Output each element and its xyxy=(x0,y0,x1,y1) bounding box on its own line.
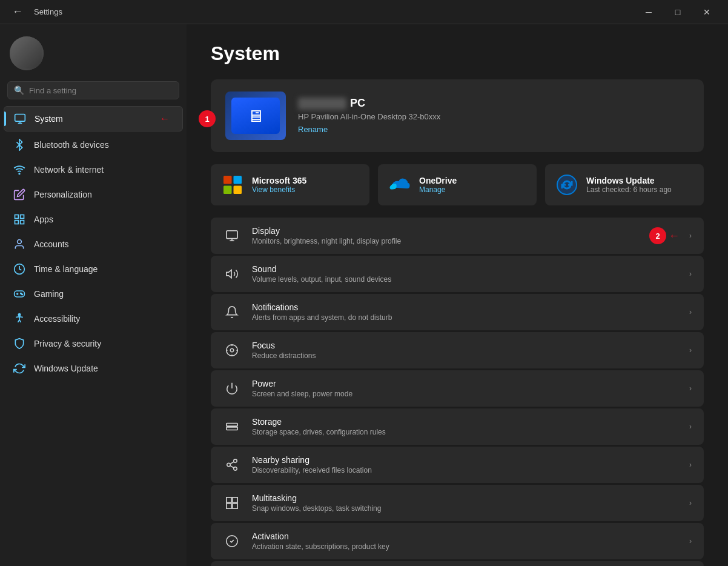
settings-item-multitasking[interactable]: Multitasking Snap windows, desktops, tas… xyxy=(211,485,704,521)
quick-card-onedrive[interactable]: OneDrive Manage xyxy=(378,164,537,205)
sidebar-item-network[interactable]: Network & internet xyxy=(4,158,183,182)
svg-rect-32 xyxy=(227,424,237,427)
search-box[interactable]: 🔍 xyxy=(7,81,179,99)
ms365-sub[interactable]: View benefits xyxy=(252,185,306,194)
storage-sub: Storage space, drives, configuration rul… xyxy=(252,428,678,436)
settings-item-nearby[interactable]: Nearby sharing Discoverability, received… xyxy=(211,447,704,483)
sidebar-item-gaming[interactable]: Gaming xyxy=(4,282,183,306)
sound-sub: Volume levels, output, input, sound devi… xyxy=(252,275,678,284)
sidebar-item-personalization[interactable]: Personalization xyxy=(4,182,183,207)
activation-text: Activation Activation state, subscriptio… xyxy=(252,531,678,551)
quick-card-wupdate[interactable]: Windows Update Last checked: 6 hours ago xyxy=(545,164,704,205)
svg-point-38 xyxy=(234,467,237,471)
sidebar-label-gaming: Gaming xyxy=(34,289,64,299)
close-button[interactable]: ✕ xyxy=(693,2,721,22)
sound-chevron: › xyxy=(689,270,692,278)
svg-point-13 xyxy=(21,293,22,294)
svg-point-36 xyxy=(234,459,237,463)
display-icon xyxy=(223,227,241,245)
storage-icon xyxy=(223,418,241,436)
title-bar-controls: ─ □ ✕ xyxy=(635,2,721,22)
sidebar-item-apps[interactable]: Apps xyxy=(4,207,183,231)
sidebar-label-apps: Apps xyxy=(34,215,53,224)
settings-item-display[interactable]: Display Monitors, brightness, night ligh… xyxy=(211,218,704,254)
rename-button[interactable]: Rename xyxy=(298,125,328,134)
time-icon xyxy=(13,263,25,275)
svg-line-39 xyxy=(230,465,234,468)
svg-rect-6 xyxy=(15,221,19,224)
sidebar-item-privacy[interactable]: Privacy & security xyxy=(4,331,183,356)
bluetooth-icon xyxy=(13,139,25,151)
sidebar-item-time[interactable]: Time & language xyxy=(4,257,183,281)
svg-rect-4 xyxy=(15,215,19,219)
sidebar-label-bluetooth: Bluetooth & devices xyxy=(34,140,109,150)
settings-item-activation[interactable]: Activation Activation state, subscriptio… xyxy=(211,523,704,559)
settings-item-notifications[interactable]: Notifications Alerts from apps and syste… xyxy=(211,294,704,330)
quick-card-ms365[interactable]: Microsoft 365 View benefits xyxy=(211,164,369,205)
svg-point-25 xyxy=(227,345,237,356)
multitasking-sub: Snap windows, desktops, task switching xyxy=(252,504,678,513)
avatar-area xyxy=(0,30,187,79)
svg-rect-41 xyxy=(227,498,231,502)
sidebar-label-accounts: Accounts xyxy=(34,239,69,249)
notifications-icon xyxy=(223,303,241,321)
storage-chevron: › xyxy=(689,422,692,431)
svg-point-20 xyxy=(557,175,577,195)
focus-text: Focus Reduce distractions xyxy=(252,341,678,360)
storage-title: Storage xyxy=(252,417,678,427)
power-chevron: › xyxy=(689,384,692,393)
sidebar-item-update[interactable]: Windows Update xyxy=(4,356,183,381)
svg-rect-16 xyxy=(223,176,232,184)
wupdate-icon xyxy=(556,174,578,196)
svg-rect-19 xyxy=(234,186,242,195)
sidebar-label-privacy: Privacy & security xyxy=(34,339,101,348)
svg-point-15 xyxy=(18,314,20,316)
minimize-button[interactable]: ─ xyxy=(635,2,663,22)
settings-item-focus[interactable]: Focus Reduce distractions › xyxy=(211,332,704,368)
settings-item-storage[interactable]: Storage Storage space, drives, configura… xyxy=(211,408,704,445)
title-bar: ← Settings ─ □ ✕ xyxy=(0,0,728,24)
sidebar-item-accessibility[interactable]: Accessibility xyxy=(4,307,183,331)
activation-title: Activation xyxy=(252,531,678,541)
sidebar-item-bluetooth[interactable]: Bluetooth & devices xyxy=(4,133,183,157)
svg-marker-24 xyxy=(227,270,231,278)
multitasking-text: Multitasking Snap windows, desktops, tas… xyxy=(252,493,678,513)
nearby-text: Nearby sharing Discoverability, received… xyxy=(252,455,678,474)
pc-image-inner: 🖥 xyxy=(231,98,280,134)
search-input[interactable] xyxy=(29,86,173,95)
nearby-sub: Discoverability, received files location xyxy=(252,466,678,474)
pc-image: 🖥 xyxy=(225,92,286,140)
notifications-text: Notifications Alerts from apps and syste… xyxy=(252,302,678,322)
pc-name: PC xyxy=(298,97,689,110)
onedrive-sub[interactable]: Manage xyxy=(419,185,457,194)
sidebar-item-system[interactable]: System xyxy=(4,106,183,132)
sidebar-item-accounts[interactable]: Accounts xyxy=(4,232,183,256)
ms365-icon xyxy=(222,174,243,196)
apps-icon xyxy=(13,213,25,225)
display-sub: Monitors, brightness, night light, displ… xyxy=(252,237,678,245)
settings-item-troubleshoot[interactable]: Troubleshoot › xyxy=(211,561,704,566)
power-text: Power Screen and sleep, power mode xyxy=(252,379,678,398)
sidebar-label-time: Time & language xyxy=(34,264,98,274)
svg-rect-33 xyxy=(227,427,237,430)
svg-rect-18 xyxy=(223,186,232,195)
accounts-icon xyxy=(13,238,25,250)
settings-item-sound[interactable]: Sound Volume levels, output, input, soun… xyxy=(211,256,704,292)
display-text: Display Monitors, brightness, night ligh… xyxy=(252,226,678,245)
svg-line-40 xyxy=(230,462,234,464)
svg-point-8 xyxy=(18,240,22,244)
multitasking-icon xyxy=(223,494,241,512)
pc-name-text: PC xyxy=(350,97,365,110)
back-button[interactable]: ← xyxy=(7,3,28,21)
focus-icon xyxy=(223,341,241,359)
wupdate-info: Windows Update Last checked: 6 hours ago xyxy=(586,176,672,194)
accessibility-icon xyxy=(13,313,25,325)
power-icon xyxy=(223,379,241,398)
settings-item-power[interactable]: Power Screen and sleep, power mode › xyxy=(211,370,704,407)
quick-cards: Microsoft 365 View benefits OneDrive Man… xyxy=(211,164,704,205)
focus-title: Focus xyxy=(252,341,678,350)
svg-rect-44 xyxy=(233,504,237,508)
maximize-button[interactable]: □ xyxy=(664,2,692,22)
onedrive-icon xyxy=(389,174,411,196)
privacy-icon xyxy=(13,338,25,350)
